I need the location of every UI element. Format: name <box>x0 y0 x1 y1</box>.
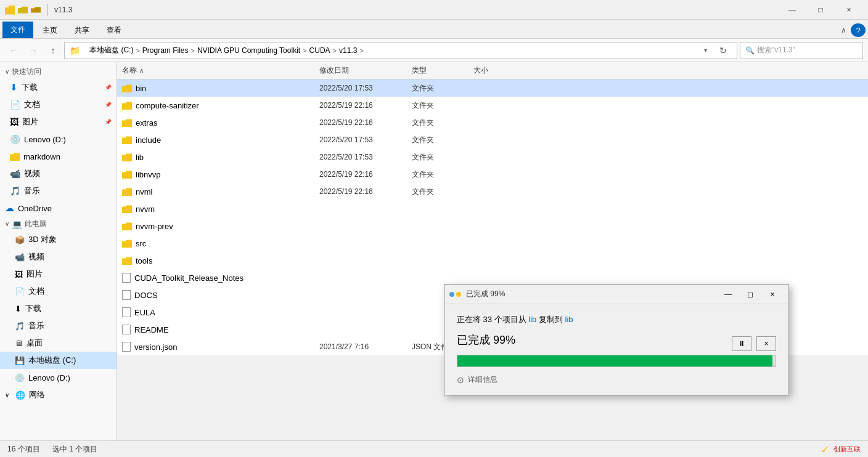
table-row[interactable]: include 2022/5/20 17:53 文件夹 <box>117 131 868 148</box>
sidebar-item-markdown[interactable]: markdown <box>0 148 117 165</box>
lib-to-link[interactable]: lib <box>565 315 573 324</box>
sidebar-item-onedrive[interactable]: ☁ OneDrive <box>0 200 117 217</box>
table-row[interactable]: nvvm-prev <box>117 217 868 235</box>
table-row[interactable]: src <box>117 235 868 252</box>
dialog-title-buttons: — ◻ × <box>717 287 784 302</box>
dialog-title-text: 已完成 99% <box>466 289 717 299</box>
sidebar-item-download[interactable]: ⬇ 下载 📌 <box>0 79 117 96</box>
search-box[interactable]: 🔍 搜索"v11.3" <box>740 42 863 59</box>
folder-icon <box>122 153 132 161</box>
path-segment-cuda[interactable]: CUDA <box>309 46 330 55</box>
file-name: compute-sanitizer <box>122 101 319 110</box>
thispc-collapse: ∨ <box>5 220 9 227</box>
file-date: 2022/5/19 22:16 <box>319 170 412 179</box>
path-segment-pf[interactable]: Program Files <box>142 46 189 55</box>
folder-icon <box>122 204 132 213</box>
sidebar-item-video2[interactable]: 📹 视频 <box>0 248 117 265</box>
title-bar-left: v11.3 <box>5 4 72 16</box>
quick-access-header[interactable]: ∨ 快速访问 <box>0 65 117 79</box>
file-list-header: 名称 ∧ 修改日期 类型 大小 <box>117 62 868 79</box>
sidebar-item-network[interactable]: ∨ 🌐 网络 <box>0 386 117 403</box>
dialog-min-btn[interactable]: — <box>717 287 739 302</box>
col-header-date[interactable]: 修改日期 <box>319 65 412 76</box>
sidebar-item-pictures[interactable]: 🖼 图片 📌 <box>0 113 117 131</box>
file-name: bin <box>122 84 319 93</box>
refresh-button[interactable]: ↻ <box>714 42 732 59</box>
file-icon <box>122 290 131 300</box>
up-button[interactable]: ↑ <box>44 42 62 59</box>
docs2-icon: 📄 <box>15 287 25 296</box>
sidebar-item-video[interactable]: 📹 视频 <box>0 165 117 182</box>
lib-from-link[interactable]: lib <box>528 315 536 324</box>
sidebar-item-music2[interactable]: 🎵 音乐 <box>0 317 117 334</box>
table-row[interactable]: libnvvp 2022/5/19 22:16 文件夹 <box>117 166 868 183</box>
file-type: 文件夹 <box>412 169 473 180</box>
sidebar-item-3d[interactable]: 📦 3D 对象 <box>0 231 117 248</box>
thispc-header[interactable]: ∨ 💻 此电脑 <box>0 217 117 231</box>
sidebar-item-lenovo-d[interactable]: 💿 Lenovo (D:) <box>0 369 117 386</box>
sidebar-item-desktop[interactable]: 🖥 桌面 <box>0 334 117 352</box>
file-name: extras <box>122 118 319 127</box>
path-dropdown-btn[interactable]: ▾ <box>702 46 710 55</box>
file-date: 2022/5/19 22:16 <box>319 101 412 110</box>
search-icon: 🔍 <box>745 46 755 55</box>
file-name: version.json <box>122 342 319 352</box>
dialog-close-btn[interactable]: × <box>761 287 784 302</box>
table-row[interactable]: tools <box>117 252 868 269</box>
file-name: tools <box>122 256 319 265</box>
sidebar-item-docs[interactable]: 📄 文档 📌 <box>0 96 117 113</box>
sidebar-item-download2[interactable]: ⬇ 下载 <box>0 300 117 317</box>
table-row[interactable]: compute-sanitizer 2022/5/19 22:16 文件夹 <box>117 97 868 114</box>
pictures-icon: 🖼 <box>10 117 18 127</box>
table-row[interactable]: nvml 2022/5/19 22:16 文件夹 <box>117 183 868 200</box>
pause-button[interactable]: ⏸ <box>732 336 751 351</box>
back-button[interactable]: ← <box>5 42 22 59</box>
folder-icon <box>122 256 132 265</box>
docs-icon: 📄 <box>10 100 20 110</box>
path-segment-c[interactable]: 本地磁盘 (C:) <box>89 45 133 55</box>
download2-icon: ⬇ <box>15 304 22 313</box>
sidebar-item-c-drive[interactable]: 💾 本地磁盘 (C:) <box>0 352 117 369</box>
lenovo-d-icon: 💿 <box>15 373 25 382</box>
table-row[interactable]: bin 2022/5/20 17:53 文件夹 <box>117 79 868 97</box>
folder-icon <box>122 135 132 144</box>
minimize-button[interactable]: — <box>778 0 806 20</box>
ribbon-collapse-btn[interactable]: ∧ <box>836 23 851 37</box>
help-button[interactable]: ? <box>851 23 866 37</box>
title-divider <box>47 4 48 16</box>
file-date: 2022/5/19 22:16 <box>319 118 412 127</box>
tab-view[interactable]: 查看 <box>99 22 129 38</box>
table-row[interactable]: nvvm <box>117 200 868 217</box>
network-icon: 🌐 <box>15 390 25 400</box>
path-segment-v11[interactable]: v11.3 <box>339 46 357 55</box>
sidebar-item-docs2[interactable]: 📄 文档 <box>0 283 117 300</box>
folder-icon <box>122 84 132 92</box>
desktop-icon: 🖥 <box>15 339 23 348</box>
video-icon: 📹 <box>10 169 20 179</box>
close-button[interactable]: × <box>835 0 863 20</box>
sidebar-item-pictures2[interactable]: 🖼 图片 <box>0 265 117 283</box>
sidebar-item-lenovo[interactable]: 💿 Lenovo (D:) <box>0 131 117 148</box>
cancel-button[interactable]: × <box>756 336 776 351</box>
details-row[interactable]: ⊙ 详细信息 <box>457 374 776 385</box>
file-content-area: 等待复制完成即可 名称 ∧ 修改日期 类型 大小 bin 2022/5/20 1… <box>117 62 868 440</box>
col-header-type[interactable]: 类型 <box>412 65 473 76</box>
maximize-button[interactable]: □ <box>806 0 835 20</box>
file-name: README <box>122 325 319 334</box>
col-header-name[interactable]: 名称 ∧ <box>122 65 319 76</box>
folder-icon <box>122 239 132 248</box>
path-segment-nvidia[interactable]: NVIDIA GPU Computing Toolkit <box>197 46 300 55</box>
tab-share[interactable]: 共享 <box>67 22 97 38</box>
address-path[interactable]: 📁 本地磁盘 (C:) > Program Files > NVIDIA GPU… <box>64 42 737 59</box>
file-type: 文件夹 <box>412 135 473 145</box>
forward-button[interactable]: → <box>25 42 42 59</box>
tab-home[interactable]: 主页 <box>35 22 65 38</box>
sidebar-item-music[interactable]: 🎵 音乐 <box>0 182 117 200</box>
table-row[interactable]: lib 2022/5/20 17:53 文件夹 <box>117 148 868 166</box>
progress-label: 已完成 99% <box>457 333 515 347</box>
tab-file[interactable]: 文件 <box>2 22 33 38</box>
file-name: include <box>122 135 319 145</box>
dialog-max-btn[interactable]: ◻ <box>739 287 761 302</box>
table-row[interactable]: extras 2022/5/19 22:16 文件夹 <box>117 114 868 131</box>
col-header-size[interactable]: 大小 <box>473 65 523 76</box>
